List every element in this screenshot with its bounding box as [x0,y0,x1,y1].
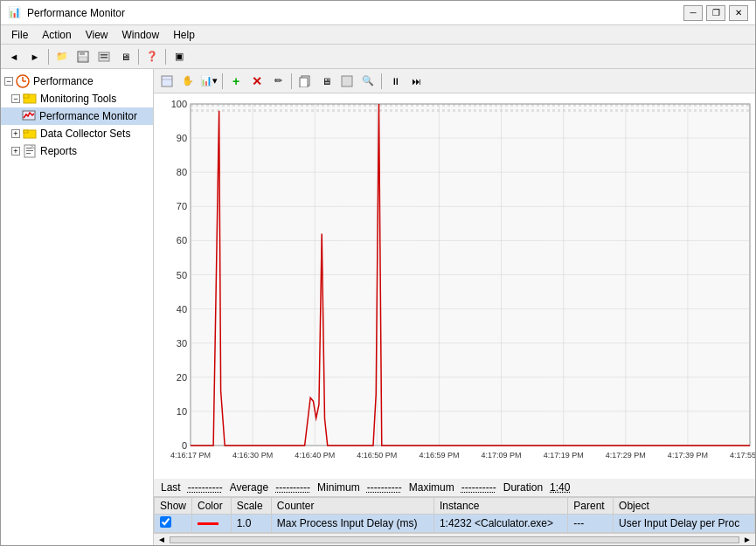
graph-pan-btn[interactable]: ✋ [178,72,198,91]
graph-sep-1 [222,73,223,89]
menu-help[interactable]: Help [166,27,202,43]
sidebar-item-reports[interactable]: + Reports [1,142,153,160]
toolbar-sep-3 [165,49,166,65]
svg-rect-13 [24,130,28,133]
title-bar-controls: ─ ❐ ✕ [683,5,748,21]
duration-value: 1:40 [550,481,570,494]
forward-button[interactable]: ► [25,47,45,66]
graph-sep-3 [381,73,382,89]
table-row[interactable]: 1.0 Max Process Input Delay (ms) 1:4232 … [155,515,755,533]
menu-window[interactable]: Window [115,27,167,43]
pause-btn[interactable]: ⏸ [385,72,405,91]
col-color: Color [192,498,232,515]
next-btn[interactable]: ⏭ [406,72,426,91]
svg-rect-17 [26,153,31,154]
expand-data-collector[interactable]: + [11,129,20,138]
expand-monitoring-tools[interactable]: − [11,94,20,103]
data-collector-icon [23,127,37,141]
highlight-btn[interactable]: ✏ [268,72,288,91]
menu-view[interactable]: View [79,27,115,43]
svg-rect-5 [101,57,108,59]
minimize-button[interactable]: ─ [683,5,703,21]
zoom-btn[interactable]: 🔍 [358,72,378,91]
scroll-left-btn[interactable]: ◄ [154,535,170,544]
graph-view-icon [161,75,173,87]
app-icon: 📊 [8,6,22,20]
monitor-btn[interactable]: 🖥 [316,72,336,91]
show-checkbox[interactable] [160,516,171,528]
col-parent: Parent [568,498,614,515]
counter-cell: Max Process Input Delay (ms) [271,515,433,533]
graph-area [154,93,755,479]
help-button[interactable]: ❓ [142,47,162,66]
sidebar-label-reports: Reports [40,145,77,157]
scroll-track[interactable] [170,536,739,543]
save-counter-btn[interactable] [337,72,357,91]
color-swatch [198,522,218,525]
copy-btn[interactable] [295,72,315,91]
sidebar-item-data-collector-sets[interactable]: + Data Collector Sets [1,125,153,142]
settings-icon [98,51,110,63]
scroll-right-btn[interactable]: ► [739,535,755,544]
right-panel: ✋ 📊▾ + ✕ ✏ 🖥 [154,69,755,545]
table-scrollbar[interactable]: ◄ ► [154,533,755,545]
svg-rect-22 [300,78,308,87]
menu-file[interactable]: File [4,27,35,43]
delete-counter-btn[interactable]: ✕ [247,72,267,91]
close-button[interactable]: ✕ [729,5,748,21]
performance-icon [16,74,30,88]
color-cell [192,515,232,533]
monitoring-tools-icon [23,92,37,106]
sidebar-item-performance[interactable]: − Performance [1,73,153,90]
main-toolbar: ◄ ► 📁 🖥 ❓ ▣ [1,45,755,69]
expand-reports[interactable]: + [11,147,20,156]
back-button[interactable]: ◄ [4,47,24,66]
graph-view-btn[interactable] [157,72,177,91]
reports-icon [23,144,37,158]
view-button[interactable]: ▣ [170,47,189,66]
sidebar-label-performance-monitor: Performance Monitor [39,110,137,122]
sidebar: − Performance − [1,69,154,545]
average-value: ---------- [275,481,310,494]
title-bar: 📊 Performance Monitor ─ ❐ ✕ [1,1,755,25]
menu-action[interactable]: Action [35,27,78,43]
average-label: Average [230,481,268,494]
sidebar-label-performance: Performance [33,75,94,87]
maximum-value: ---------- [461,481,496,494]
save-button[interactable] [73,47,93,66]
main-window: 📊 Performance Monitor ─ ❐ ✕ File Action … [0,0,756,546]
screen-button[interactable]: 🖥 [115,47,135,66]
graph-sep-2 [291,73,292,89]
svg-rect-4 [101,54,108,56]
properties-button[interactable] [94,47,114,66]
graph-combo-icon: 📊▾ [200,75,218,86]
svg-rect-2 [79,57,87,61]
folder-button[interactable]: 📁 [52,47,72,66]
svg-rect-19 [162,76,172,86]
last-label: Last [161,481,181,494]
add-counter-btn[interactable]: + [226,72,246,91]
toolbar-sep-2 [138,49,139,65]
svg-rect-23 [342,76,352,86]
col-counter: Counter [271,498,433,515]
col-instance: Instance [433,498,567,515]
minimum-label: Minimum [317,481,360,494]
sidebar-item-monitoring-tools[interactable]: − Monitoring Tools [1,90,153,107]
col-object: Object [614,498,755,515]
save-counter-icon [341,75,353,87]
expand-performance[interactable]: − [4,77,13,86]
svg-rect-10 [24,94,29,98]
counter-table: Show Color Scale Counter Instance Parent… [154,497,755,533]
show-cell[interactable] [155,515,192,533]
graph-combo-btn[interactable]: 📊▾ [199,72,218,91]
sidebar-label-monitoring-tools: Monitoring Tools [40,93,116,105]
counter-table-container: Show Color Scale Counter Instance Parent… [154,497,755,545]
menu-bar: File Action View Window Help [1,25,755,45]
main-content: − Performance − [1,69,755,545]
maximum-label: Maximum [409,481,454,494]
minimum-value: ---------- [367,481,402,494]
sidebar-item-performance-monitor[interactable]: Performance Monitor [1,107,153,125]
object-cell: User Input Delay per Proc [614,515,755,533]
restore-button[interactable]: ❐ [706,5,725,21]
instance-cell: 1:4232 <Calculator.exe> [433,515,567,533]
